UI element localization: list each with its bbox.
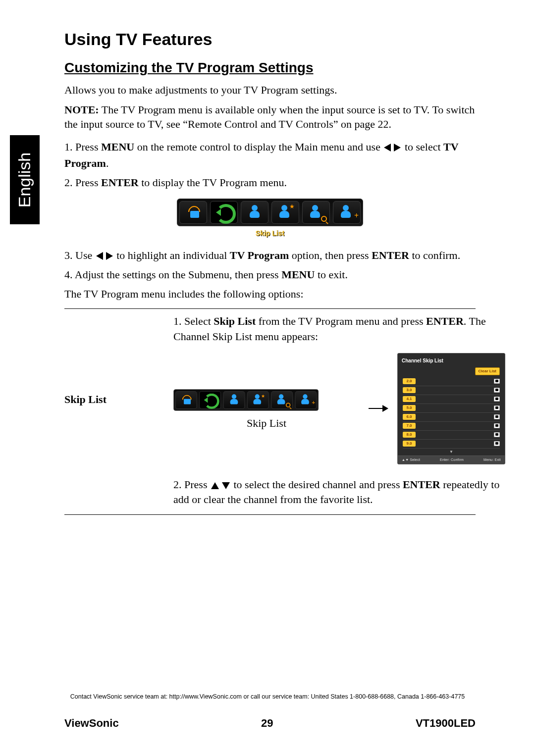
csl-channel: 5.0 <box>403 405 416 410</box>
checkbox-icon[interactable] <box>494 423 500 428</box>
footer-page-number: 29 <box>261 717 273 730</box>
skip-figure-row: ★ + Skip List Channel Skip List <box>173 353 505 464</box>
note-text: The TV Program menu is available only wh… <box>64 103 475 131</box>
left-right-arrows-icon <box>96 252 113 260</box>
menu-icon-rotate <box>199 391 221 409</box>
csl-footer: ▲▼ Select Enter: Confirm Menu: Exit <box>398 455 505 464</box>
separator <box>64 308 476 309</box>
document-page: English Using TV Features Customizing th… <box>0 0 535 756</box>
left-right-arrows-icon <box>384 144 401 151</box>
menu-icon-antenna <box>175 391 197 409</box>
steps-list-2: 3. Use to highlight an individual TV Pro… <box>64 247 476 283</box>
skip-list-details: 1. Select Skip List from the TV Program … <box>173 314 505 507</box>
arrow-right-icon <box>369 403 388 413</box>
csl-row[interactable]: 2.0 <box>403 377 500 386</box>
options-intro: The TV Program menu includes the followi… <box>64 287 476 302</box>
csl-channel: 8.0 <box>403 432 416 437</box>
csl-channel: 3.0 <box>403 387 416 393</box>
menu-caption-small: Skip List <box>247 416 286 431</box>
menu-icon-person-search <box>271 391 293 409</box>
csl-row[interactable]: 4.1 <box>403 395 500 404</box>
csl-clear-row: Clear List <box>398 367 505 377</box>
csl-channel: 4.1 <box>403 396 416 402</box>
tv-program-menu-figure: ★ + Skip List <box>64 199 476 237</box>
csl-channel-list: 2.0 3.0 4.1 5.0 6.0 7.0 8.0 9.0 ▼ <box>398 377 505 455</box>
checkbox-icon[interactable] <box>494 441 500 446</box>
menu-bar-small: ★ + <box>173 389 319 411</box>
page-footer: ViewSonic 29 VT1900LED <box>64 717 476 730</box>
menu-icon-person-plus: + <box>295 391 317 409</box>
menu-icon-person-star: ★ <box>271 201 299 224</box>
checkbox-icon[interactable] <box>494 432 500 437</box>
csl-channel: 9.0 <box>403 441 416 446</box>
skip-step-1: 1. Select Skip List from the TV Program … <box>173 314 505 345</box>
csl-footer-confirm: Enter: Confirm <box>440 457 464 462</box>
up-down-arrows-icon <box>211 482 230 489</box>
tv-program-menu-small: ★ + Skip List <box>173 386 360 431</box>
page-title: Using TV Features <box>64 30 476 49</box>
footer-brand: ViewSonic <box>64 717 119 730</box>
checkbox-icon[interactable] <box>494 388 500 393</box>
menu-icon-rotate <box>210 201 238 224</box>
csl-channel: 6.0 <box>403 414 416 419</box>
csl-channel: 2.0 <box>403 378 416 384</box>
menu-icon-person <box>223 391 245 409</box>
note-paragraph: NOTE: The TV Program menu is available o… <box>64 102 476 132</box>
skip-step-2: 2. Press to select the desired channel a… <box>173 477 505 508</box>
csl-row[interactable]: 8.0 <box>403 431 500 440</box>
csl-row[interactable]: 9.0 <box>403 440 500 449</box>
csl-footer-exit: Menu: Exit <box>483 457 501 462</box>
footer-model: VT1900LED <box>416 717 476 730</box>
intro-paragraph: Allows you to make adjustments to your T… <box>64 83 476 98</box>
checkbox-icon[interactable] <box>494 414 500 419</box>
chevron-down-icon: ▼ <box>403 449 500 454</box>
step-3: 3. Use to highlight an individual TV Pro… <box>64 247 476 263</box>
csl-row[interactable]: 7.0 <box>403 422 500 431</box>
csl-footer-select: ▲▼ Select <box>402 457 420 462</box>
separator <box>64 514 476 515</box>
step-2: 2. Press ENTER to display the TV Program… <box>64 174 476 191</box>
menu-icon-person-star: ★ <box>247 391 269 409</box>
skip-list-section: Skip List 1. Select Skip List from the T… <box>64 314 476 507</box>
csl-row[interactable]: 3.0 <box>403 386 500 395</box>
csl-row[interactable]: 6.0 <box>403 413 500 422</box>
contact-line: Contact ViewSonic service team at: http:… <box>0 693 535 700</box>
menu-icon-person-plus: + <box>333 201 361 224</box>
menu-icon-person <box>241 201 268 224</box>
menu-icon-antenna <box>179 201 207 224</box>
channel-skip-list-panel: Channel Skip List Clear List 2.0 3.0 4.1… <box>397 353 505 464</box>
csl-title: Channel Skip List <box>398 355 505 367</box>
language-label: English <box>15 152 35 207</box>
step-4: 4. Adjust the settings on the Submenu, t… <box>64 266 476 283</box>
svg-marker-1 <box>382 405 388 412</box>
menu-bar: ★ + <box>177 199 363 226</box>
clear-list-button[interactable]: Clear List <box>475 367 500 375</box>
checkbox-icon[interactable] <box>494 379 500 384</box>
csl-channel: 7.0 <box>403 423 416 428</box>
step-1: 1. Press MENU on the remote control to d… <box>64 139 476 171</box>
checkbox-icon[interactable] <box>494 397 500 402</box>
language-tab: English <box>10 135 40 224</box>
section-title: Customizing the TV Program Settings <box>64 60 476 76</box>
note-label: NOTE: <box>64 103 99 116</box>
content-area: Using TV Features Customizing the TV Pro… <box>64 30 476 520</box>
menu-icon-person-search <box>302 201 330 224</box>
csl-row[interactable]: 5.0 <box>403 404 500 413</box>
steps-list: 1. Press MENU on the remote control to d… <box>64 139 476 191</box>
checkbox-icon[interactable] <box>494 405 500 410</box>
skip-list-label: Skip List <box>64 314 163 406</box>
menu-caption: Skip List <box>256 229 284 237</box>
